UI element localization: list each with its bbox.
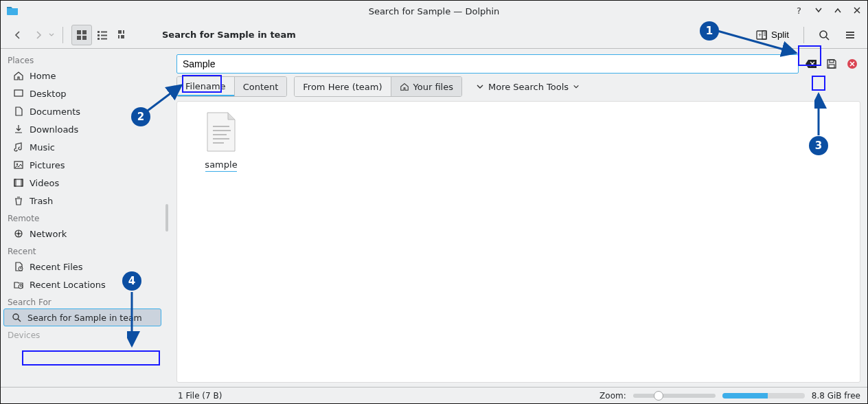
search-mode-segment: Filename Content <box>176 76 287 97</box>
sidebar-item-label: Home <box>30 71 56 81</box>
svg-rect-25 <box>14 90 23 96</box>
sidebar-item-label: Recent Locations <box>30 280 106 290</box>
home-icon <box>400 82 409 91</box>
svg-line-38 <box>18 319 21 322</box>
svg-rect-13 <box>118 35 119 38</box>
content-area: Filename Content From Here (team) Your f… <box>170 49 867 387</box>
svg-rect-7 <box>98 34 100 36</box>
downloads-icon <box>13 124 24 135</box>
annotation-badge-1: 1 <box>700 21 719 41</box>
svg-rect-6 <box>101 31 107 32</box>
filter-content-label: Content <box>243 82 279 92</box>
sidebar-item-network[interactable]: Network <box>3 225 161 243</box>
svg-line-21 <box>826 37 829 40</box>
svg-rect-12 <box>123 30 124 34</box>
sidebar-item-music[interactable]: Music <box>3 138 161 156</box>
nav-dropdown-icon[interactable] <box>49 30 54 40</box>
clear-search-button[interactable] <box>803 56 819 72</box>
pictures-icon <box>13 159 24 170</box>
videos-icon <box>13 177 24 188</box>
file-name-label: sample <box>205 159 237 170</box>
remote-header: Remote <box>1 210 164 225</box>
search-icon <box>11 312 22 323</box>
sidebar-item-label: Documents <box>30 106 80 117</box>
svg-rect-2 <box>82 30 87 34</box>
filter-yourfiles-button[interactable]: Your files <box>391 77 461 96</box>
search-scope-segment: From Here (team) Your files <box>294 76 462 97</box>
svg-rect-1 <box>77 30 81 34</box>
svg-rect-30 <box>21 179 23 186</box>
desktop-icon <box>13 88 24 99</box>
sidebar-item-label: Network <box>30 229 67 239</box>
svg-text:+: + <box>758 32 762 38</box>
compact-view-button[interactable] <box>92 25 113 45</box>
sidebar-item-saved-search[interactable]: Search for Sample in team <box>3 308 161 326</box>
splitter[interactable] <box>164 49 170 387</box>
status-bar: 1 File (7 B) Zoom: 8.8 GiB free <box>1 387 867 403</box>
save-search-button[interactable] <box>823 56 840 72</box>
split-button[interactable]: + Split <box>750 25 795 45</box>
zoom-label: Zoom: <box>599 391 626 401</box>
zoom-slider[interactable] <box>633 394 716 398</box>
sidebar-item-desktop[interactable]: Desktop <box>3 85 161 102</box>
home-icon <box>13 70 24 81</box>
searchfor-header: Search For <box>1 293 164 308</box>
hamburger-menu-button[interactable] <box>840 25 860 45</box>
titlebar: Search for Sample — Dolphin ? <box>1 1 867 21</box>
results-view[interactable]: sample <box>176 101 860 383</box>
recent-header: Recent <box>1 243 164 258</box>
selection-underline <box>205 171 237 172</box>
documents-icon <box>13 106 24 117</box>
disk-usage-bar <box>722 393 805 399</box>
filter-content-button[interactable]: Content <box>234 77 287 96</box>
minimize-icon[interactable] <box>812 4 825 16</box>
svg-rect-5 <box>98 31 100 33</box>
separator <box>62 27 63 43</box>
filter-filename-label: Filename <box>185 81 226 91</box>
sidebar-item-trash[interactable]: Trash <box>3 192 161 210</box>
location-label: Search for Sample in team <box>162 30 296 40</box>
search-input[interactable] <box>181 58 794 70</box>
filter-fromhere-label: From Here (team) <box>303 82 382 92</box>
sidebar-item-label: Trash <box>30 196 53 206</box>
text-file-icon <box>203 111 239 153</box>
trash-icon <box>13 195 24 206</box>
close-icon[interactable] <box>851 4 863 16</box>
sidebar-item-home[interactable]: Home <box>3 67 161 85</box>
sidebar-item-label: Downloads <box>30 124 78 135</box>
details-view-button[interactable] <box>113 25 133 45</box>
sidebar-item-label: Recent Files <box>30 262 83 272</box>
back-button[interactable] <box>8 25 28 45</box>
devices-header: Devices <box>1 326 164 341</box>
search-input-wrap[interactable] <box>176 54 799 74</box>
window-title: Search for Sample — Dolphin <box>369 6 500 16</box>
annotation-badge-3: 3 <box>809 136 828 155</box>
icons-view-button[interactable] <box>71 25 92 45</box>
file-item[interactable]: sample <box>187 111 255 172</box>
app-folder-icon <box>6 5 19 16</box>
view-mode-buttons <box>71 25 133 45</box>
search-toolbar-button[interactable] <box>812 25 836 45</box>
svg-rect-29 <box>14 179 16 186</box>
more-search-tools-button[interactable]: More Search Tools <box>472 77 584 96</box>
free-space-label: 8.8 GiB free <box>812 391 860 401</box>
sidebar-item-pictures[interactable]: Pictures <box>3 156 161 174</box>
svg-rect-14 <box>121 35 124 38</box>
sidebar-item-label: Videos <box>30 178 59 188</box>
forward-button[interactable] <box>28 25 49 45</box>
sidebar-item-videos[interactable]: Videos <box>3 174 161 192</box>
filter-fromhere-button[interactable]: From Here (team) <box>295 77 390 96</box>
sidebar: Places Home Desktop Documents Downloads … <box>1 49 164 387</box>
maximize-icon[interactable] <box>832 4 844 16</box>
svg-point-20 <box>820 31 827 38</box>
nav-buttons <box>8 25 54 45</box>
help-icon[interactable]: ? <box>793 4 806 16</box>
music-icon <box>13 142 24 153</box>
sidebar-item-label: Pictures <box>30 160 65 170</box>
places-header: Places <box>1 52 164 67</box>
close-search-button[interactable] <box>844 56 860 72</box>
svg-point-37 <box>13 314 19 319</box>
filter-filename-button[interactable]: Filename <box>177 77 234 96</box>
svg-rect-9 <box>98 38 100 40</box>
recent-files-icon <box>13 261 24 272</box>
